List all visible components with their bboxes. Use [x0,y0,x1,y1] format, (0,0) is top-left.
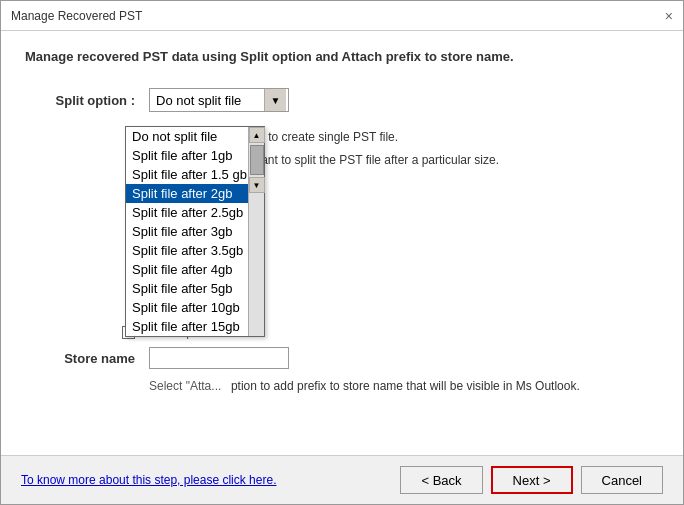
scrollbar-track: ▲ ▼ [248,127,264,336]
info-text-2-extra: u want to split the PST file after a par… [242,153,499,167]
info-text-1-extra: ant to create single PST file. [248,130,398,144]
back-button[interactable]: < Back [400,466,482,494]
scrollbar-up-button[interactable]: ▲ [249,127,265,143]
dropdown-item-1[interactable]: Split file after 1gb [126,146,248,165]
footer: To know more about this step, please cli… [1,455,683,504]
dropdown-item-4[interactable]: Split file after 2.5gb [126,203,248,222]
attach-section: Attach prefix t Store name Select "Atta.… [25,325,659,396]
dropdown-item-5[interactable]: Split file after 3gb [126,222,248,241]
dropdown-item-0[interactable]: Do not split file [126,127,248,146]
split-option-label: Split option : [25,93,135,108]
help-link[interactable]: To know more about this step, please cli… [21,473,276,487]
split-select-display[interactable]: Do not split file ▼ [149,88,289,112]
description-text: Manage recovered PST data using Split op… [25,49,659,64]
dropdown-item-10[interactable]: Split file after 15gb [126,317,248,336]
close-button[interactable]: × [665,9,673,23]
checkbox-wrapper [25,326,135,339]
split-select-value: Do not split file [152,93,264,108]
title-bar: Manage Recovered PST × [1,1,683,31]
scrollbar-down-button[interactable]: ▼ [249,177,265,193]
dropdown-item-9[interactable]: Split file after 10gb [126,298,248,317]
split-option-row: Split option : Do not split file ▼ [25,88,659,112]
store-name-input[interactable] [149,347,289,369]
scrollbar-thumb[interactable] [250,145,264,175]
dropdown-item-6[interactable]: Split file after 3.5gb [126,241,248,260]
dropdown-item-3[interactable]: Split file after 2gb [126,184,248,203]
footer-buttons: < Back Next > Cancel [400,466,663,494]
window-title: Manage Recovered PST [11,9,142,23]
dropdown-item-7[interactable]: Split file after 4gb [126,260,248,279]
info-text-3: Select "Atta... ption to add prefix to s… [149,377,659,396]
attach-prefix-row: Attach prefix t [25,325,659,339]
dropdown-item-2[interactable]: Split file after 1.5 gb [126,165,248,184]
dropdown-arrow-icon[interactable]: ▼ [264,89,286,111]
store-name-row: Store name [25,347,659,369]
split-dropdown[interactable]: Do not split file Split file after 1gb S… [125,126,265,337]
next-button[interactable]: Next > [491,466,573,494]
info-text-3-prefix: Select "Atta... [149,379,221,393]
dropdown-list: Do not split file Split file after 1gb S… [126,127,248,336]
dropdown-scrollbar-container: Do not split file Split file after 1gb S… [126,127,264,336]
split-select-wrapper[interactable]: Do not split file ▼ [149,88,289,112]
store-name-label: Store name [25,351,135,366]
main-window: Manage Recovered PST × Manage recovered … [0,0,684,505]
dropdown-item-8[interactable]: Split file after 5gb [126,279,248,298]
cancel-button[interactable]: Cancel [581,466,663,494]
info-text-3-content: ption to add prefix to store name that w… [231,379,580,393]
content-area: Manage recovered PST data using Split op… [1,31,683,455]
